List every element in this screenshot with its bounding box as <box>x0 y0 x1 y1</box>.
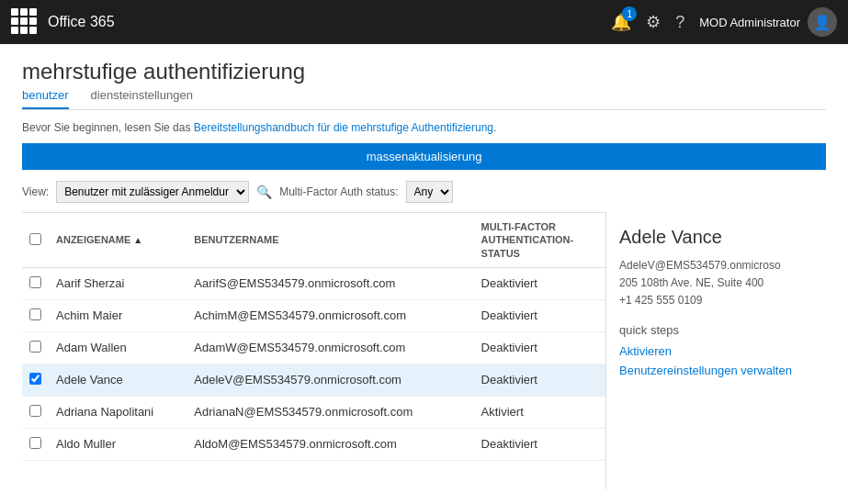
table-row[interactable]: Aldo MullerAldoM@EMS534579.onmicrosoft.c… <box>22 428 605 460</box>
notification-bell[interactable]: 🔔 1 <box>611 12 631 32</box>
cell-status: Deaktiviert <box>474 428 605 460</box>
detail-user-name: Adele Vance <box>619 227 813 248</box>
header-checkbox-col <box>22 213 49 267</box>
notification-badge: 1 <box>622 6 637 21</box>
user-menu[interactable]: MOD Administrator 👤 <box>699 7 837 37</box>
info-bar: Bevor Sie beginnen, lesen Sie das Bereit… <box>22 121 826 134</box>
filter-bar: View: Benutzer mit zulässiger Anmeldur 🔍… <box>22 181 826 203</box>
row-checkbox[interactable] <box>29 437 41 449</box>
cell-anzeigename: Adele Vance <box>49 364 187 396</box>
header-benutzername: BENUTZERNAME <box>187 213 473 267</box>
row-checkbox[interactable] <box>29 308 41 320</box>
users-table-area: ANZEIGENAME ▲ BENUTZERNAME MULTI-FACTORA… <box>22 212 605 489</box>
avatar: 👤 <box>808 7 837 37</box>
table-row[interactable]: Adam WallenAdamW@EMS534579.onmicrosoft.c… <box>22 331 605 364</box>
auth-status-select[interactable]: Any <box>406 181 453 203</box>
table-row[interactable]: Achim MaierAchimM@EMS534579.onmicrosoft.… <box>22 299 605 331</box>
cell-benutzername: AdeleV@EMS534579.onmicrosoft.com <box>187 364 473 396</box>
select-all-checkbox[interactable] <box>29 233 41 245</box>
gear-icon: ⚙ <box>646 12 661 32</box>
info-link[interactable]: Bereitstellungshandbuch für die mehrstuf… <box>194 121 493 134</box>
quick-step-benutzereinstellungen[interactable]: Benutzereinstellungen verwalten <box>619 364 813 377</box>
tab-benutzer[interactable]: benutzer <box>22 88 69 109</box>
cell-benutzername: AdrianaN@EMS534579.onmicrosoft.com <box>187 396 473 428</box>
table-header-row: ANZEIGENAME ▲ BENUTZERNAME MULTI-FACTORA… <box>22 213 605 267</box>
cell-anzeigename: Achim Maier <box>49 299 187 331</box>
cell-status: Deaktiviert <box>474 364 605 396</box>
users-table: ANZEIGENAME ▲ BENUTZERNAME MULTI-FACTORA… <box>22 213 605 461</box>
content-area: ANZEIGENAME ▲ BENUTZERNAME MULTI-FACTORA… <box>22 212 826 489</box>
cell-anzeigename: Adam Wallen <box>49 331 187 364</box>
cell-status: Deaktiviert <box>474 267 605 299</box>
view-select[interactable]: Benutzer mit zulässiger Anmeldur <box>56 181 249 203</box>
detail-phone: +1 425 555 0109 <box>619 294 702 307</box>
quick-step-aktivieren[interactable]: Aktivieren <box>619 344 813 358</box>
table-body: Aarif SherzaiAarifS@EMS534579.onmicrosof… <box>22 267 605 460</box>
view-label: View: <box>22 185 49 198</box>
detail-address: 205 108th Ave. NE, Suite 400 <box>619 276 763 289</box>
cell-benutzername: AldoM@EMS534579.onmicrosoft.com <box>187 428 473 460</box>
settings-button[interactable]: ⚙ <box>646 12 661 32</box>
search-icon[interactable]: 🔍 <box>256 185 272 199</box>
main-content: mehrstufige authentifizierung benutzer d… <box>0 44 848 504</box>
quick-steps-title: quick steps <box>619 323 813 337</box>
topnav-icons-group: 🔔 1 ⚙ ? MOD Administrator 👤 <box>611 7 837 37</box>
row-checkbox[interactable] <box>29 405 41 417</box>
cell-anzeigename: Aldo Muller <box>49 428 187 460</box>
cell-status: Deaktiviert <box>474 331 605 364</box>
cell-benutzername: AarifS@EMS534579.onmicrosoft.com <box>187 267 473 299</box>
cell-anzeigename: Aarif Sherzai <box>49 267 187 299</box>
top-navigation: Office 365 🔔 1 ⚙ ? MOD Administrator 👤 <box>0 0 848 44</box>
detail-user-info: AdeleV@EMS534579.onmicroso 205 108th Ave… <box>619 257 813 310</box>
table-row[interactable]: Aarif SherzaiAarifS@EMS534579.onmicrosof… <box>22 267 605 299</box>
header-anzeigename: ANZEIGENAME ▲ <box>49 213 187 267</box>
tab-bar: benutzer diensteinstellungen <box>22 88 826 110</box>
detail-panel: Adele Vance AdeleV@EMS534579.onmicroso 2… <box>605 212 826 489</box>
cell-anzeigename: Adriana Napolitani <box>49 396 187 428</box>
row-checkbox[interactable] <box>29 373 41 385</box>
header-status: MULTI-FACTORAUTHENTICATION-STATUS <box>474 213 605 267</box>
row-checkbox[interactable] <box>29 276 41 288</box>
cell-benutzername: AdamW@EMS534579.onmicrosoft.com <box>187 331 473 364</box>
table-row[interactable]: Adriana NapolitaniAdrianaN@EMS534579.onm… <box>22 396 605 428</box>
user-name: MOD Administrator <box>699 16 800 29</box>
app-title: Office 365 <box>48 14 611 30</box>
question-icon: ? <box>675 13 684 32</box>
bulk-update-button[interactable]: massenaktualisierung <box>22 143 826 170</box>
detail-email: AdeleV@EMS534579.onmicroso <box>619 259 781 272</box>
info-text-before: Bevor Sie beginnen, lesen Sie das <box>22 121 194 134</box>
page-title: mehrstufige authentifizierung <box>22 59 826 84</box>
info-text-after: . <box>493 121 496 134</box>
row-checkbox[interactable] <box>29 341 41 353</box>
quick-steps-links: Aktivieren Benutzereinstellungen verwalt… <box>619 344 813 377</box>
help-button[interactable]: ? <box>675 13 684 32</box>
table-row[interactable]: Adele VanceAdeleV@EMS534579.onmicrosoft.… <box>22 364 605 396</box>
cell-status: Deaktiviert <box>474 299 605 331</box>
auth-status-label: Multi-Factor Auth status: <box>279 185 398 198</box>
sort-asc-icon: ▲ <box>133 235 142 245</box>
waffle-menu[interactable] <box>11 8 39 36</box>
cell-benutzername: AchimM@EMS534579.onmicrosoft.com <box>187 299 473 331</box>
tab-diensteinstellungen[interactable]: diensteinstellungen <box>91 88 193 109</box>
cell-status: Aktiviert <box>474 396 605 428</box>
